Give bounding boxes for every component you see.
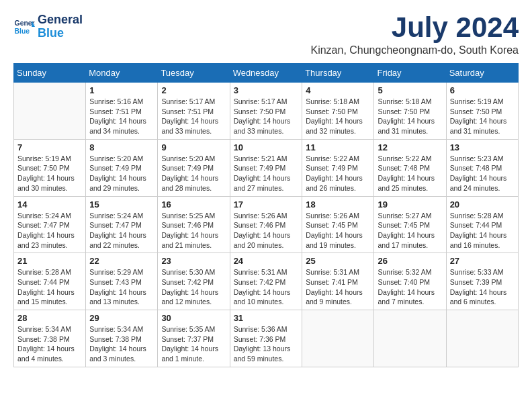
- calendar-week-1: 1Sunrise: 5:16 AM Sunset: 7:51 PM Daylig…: [14, 83, 519, 140]
- day-number: 23: [161, 256, 226, 266]
- calendar-cell: 5Sunrise: 5:18 AM Sunset: 7:50 PM Daylig…: [374, 83, 446, 140]
- day-info: Sunrise: 5:34 AM Sunset: 7:38 PM Dayligh…: [89, 324, 154, 364]
- day-info: Sunrise: 5:29 AM Sunset: 7:43 PM Dayligh…: [89, 267, 154, 307]
- calendar-cell: 3Sunrise: 5:17 AM Sunset: 7:50 PM Daylig…: [230, 83, 302, 140]
- day-info: Sunrise: 5:28 AM Sunset: 7:44 PM Dayligh…: [450, 211, 515, 250]
- day-number: 26: [378, 256, 442, 266]
- location-title: Kinzan, Chungcheongnam-do, South Korea: [310, 44, 519, 56]
- day-info: Sunrise: 5:24 AM Sunset: 7:47 PM Dayligh…: [17, 211, 82, 250]
- calendar-cell: 7Sunrise: 5:19 AM Sunset: 7:50 PM Daylig…: [14, 139, 86, 196]
- day-info: Sunrise: 5:20 AM Sunset: 7:49 PM Dayligh…: [161, 154, 226, 193]
- day-number: 31: [234, 313, 299, 323]
- calendar-cell: [14, 83, 86, 140]
- calendar-cell: [446, 310, 518, 367]
- day-number: 9: [161, 142, 226, 152]
- day-info: Sunrise: 5:30 AM Sunset: 7:42 PM Dayligh…: [161, 267, 226, 307]
- logo-text: General Blue: [38, 13, 83, 40]
- calendar-table: SundayMondayTuesdayWednesdayThursdayFrid…: [13, 63, 519, 367]
- calendar-cell: [374, 310, 446, 367]
- day-info: Sunrise: 5:26 AM Sunset: 7:46 PM Dayligh…: [234, 211, 299, 250]
- calendar-week-5: 28Sunrise: 5:34 AM Sunset: 7:38 PM Dayli…: [14, 310, 519, 367]
- day-info: Sunrise: 5:21 AM Sunset: 7:49 PM Dayligh…: [234, 154, 299, 193]
- calendar-cell: 26Sunrise: 5:32 AM Sunset: 7:40 PM Dayli…: [374, 253, 446, 310]
- day-info: Sunrise: 5:18 AM Sunset: 7:50 PM Dayligh…: [306, 97, 370, 136]
- day-info: Sunrise: 5:18 AM Sunset: 7:50 PM Dayligh…: [378, 97, 442, 136]
- day-info: Sunrise: 5:23 AM Sunset: 7:48 PM Dayligh…: [450, 154, 515, 193]
- day-number: 25: [306, 256, 370, 266]
- header-thursday: Thursday: [302, 64, 374, 83]
- calendar-cell: 8Sunrise: 5:20 AM Sunset: 7:49 PM Daylig…: [86, 139, 158, 196]
- day-number: 13: [450, 142, 515, 152]
- calendar-cell: 22Sunrise: 5:29 AM Sunset: 7:43 PM Dayli…: [86, 253, 158, 310]
- day-number: 8: [89, 142, 154, 152]
- day-info: Sunrise: 5:19 AM Sunset: 7:50 PM Dayligh…: [17, 154, 82, 193]
- calendar-cell: 24Sunrise: 5:31 AM Sunset: 7:42 PM Dayli…: [230, 253, 302, 310]
- calendar-cell: 15Sunrise: 5:24 AM Sunset: 7:47 PM Dayli…: [86, 196, 158, 253]
- calendar-week-2: 7Sunrise: 5:19 AM Sunset: 7:50 PM Daylig…: [14, 139, 519, 196]
- day-number: 18: [306, 199, 370, 210]
- calendar-cell: 17Sunrise: 5:26 AM Sunset: 7:46 PM Dayli…: [230, 196, 302, 253]
- day-number: 2: [161, 85, 226, 95]
- logo-icon: General Blue: [13, 16, 35, 38]
- day-number: 22: [89, 256, 154, 266]
- day-number: 29: [89, 313, 154, 323]
- calendar-cell: 10Sunrise: 5:21 AM Sunset: 7:49 PM Dayli…: [230, 139, 302, 196]
- title-area: July 2024 Kinzan, Chungcheongnam-do, Sou…: [310, 13, 519, 56]
- calendar-cell: 20Sunrise: 5:28 AM Sunset: 7:44 PM Dayli…: [446, 196, 518, 253]
- day-info: Sunrise: 5:17 AM Sunset: 7:50 PM Dayligh…: [234, 97, 299, 136]
- calendar-cell: 25Sunrise: 5:31 AM Sunset: 7:41 PM Dayli…: [302, 253, 374, 310]
- calendar-cell: 31Sunrise: 5:36 AM Sunset: 7:36 PM Dayli…: [230, 310, 302, 367]
- day-info: Sunrise: 5:25 AM Sunset: 7:46 PM Dayligh…: [161, 211, 226, 250]
- day-number: 30: [161, 313, 226, 323]
- calendar-cell: 1Sunrise: 5:16 AM Sunset: 7:51 PM Daylig…: [86, 83, 158, 140]
- calendar-cell: 13Sunrise: 5:23 AM Sunset: 7:48 PM Dayli…: [446, 139, 518, 196]
- calendar-cell: 2Sunrise: 5:17 AM Sunset: 7:51 PM Daylig…: [158, 83, 230, 140]
- day-info: Sunrise: 5:27 AM Sunset: 7:45 PM Dayligh…: [378, 211, 442, 250]
- calendar-cell: 28Sunrise: 5:34 AM Sunset: 7:38 PM Dayli…: [14, 310, 86, 367]
- day-info: Sunrise: 5:22 AM Sunset: 7:48 PM Dayligh…: [378, 154, 442, 193]
- calendar-cell: 30Sunrise: 5:35 AM Sunset: 7:37 PM Dayli…: [158, 310, 230, 367]
- day-number: 27: [450, 256, 515, 266]
- day-info: Sunrise: 5:28 AM Sunset: 7:44 PM Dayligh…: [17, 267, 82, 307]
- day-number: 5: [378, 85, 442, 95]
- day-number: 12: [378, 142, 442, 152]
- day-number: 6: [450, 85, 515, 95]
- calendar-cell: [302, 310, 374, 367]
- day-info: Sunrise: 5:22 AM Sunset: 7:49 PM Dayligh…: [306, 154, 370, 193]
- page-header: General Blue General Blue July 2024 Kinz…: [13, 13, 519, 56]
- day-info: Sunrise: 5:33 AM Sunset: 7:39 PM Dayligh…: [450, 267, 515, 307]
- calendar-week-3: 14Sunrise: 5:24 AM Sunset: 7:47 PM Dayli…: [14, 196, 519, 253]
- day-info: Sunrise: 5:35 AM Sunset: 7:37 PM Dayligh…: [161, 324, 226, 364]
- day-number: 19: [378, 199, 442, 210]
- day-number: 3: [234, 85, 299, 95]
- day-number: 21: [17, 256, 82, 266]
- day-number: 14: [17, 199, 82, 210]
- day-number: 28: [17, 313, 82, 323]
- header-monday: Monday: [86, 64, 158, 83]
- day-info: Sunrise: 5:32 AM Sunset: 7:40 PM Dayligh…: [378, 267, 442, 307]
- calendar-week-4: 21Sunrise: 5:28 AM Sunset: 7:44 PM Dayli…: [14, 253, 519, 310]
- day-number: 7: [17, 142, 82, 152]
- calendar-cell: 21Sunrise: 5:28 AM Sunset: 7:44 PM Dayli…: [14, 253, 86, 310]
- calendar-cell: 6Sunrise: 5:19 AM Sunset: 7:50 PM Daylig…: [446, 83, 518, 140]
- day-info: Sunrise: 5:19 AM Sunset: 7:50 PM Dayligh…: [450, 97, 515, 136]
- header-saturday: Saturday: [446, 64, 518, 83]
- calendar-header: SundayMondayTuesdayWednesdayThursdayFrid…: [14, 64, 519, 83]
- day-info: Sunrise: 5:24 AM Sunset: 7:47 PM Dayligh…: [89, 211, 154, 250]
- day-number: 16: [161, 199, 226, 210]
- calendar-cell: 18Sunrise: 5:26 AM Sunset: 7:45 PM Dayli…: [302, 196, 374, 253]
- calendar-cell: 4Sunrise: 5:18 AM Sunset: 7:50 PM Daylig…: [302, 83, 374, 140]
- calendar-cell: 19Sunrise: 5:27 AM Sunset: 7:45 PM Dayli…: [374, 196, 446, 253]
- logo: General Blue General Blue: [13, 13, 83, 40]
- day-info: Sunrise: 5:17 AM Sunset: 7:51 PM Dayligh…: [161, 97, 226, 136]
- day-number: 1: [89, 85, 154, 95]
- day-number: 20: [450, 199, 515, 210]
- calendar-cell: 12Sunrise: 5:22 AM Sunset: 7:48 PM Dayli…: [374, 139, 446, 196]
- day-info: Sunrise: 5:20 AM Sunset: 7:49 PM Dayligh…: [89, 154, 154, 193]
- calendar-cell: 11Sunrise: 5:22 AM Sunset: 7:49 PM Dayli…: [302, 139, 374, 196]
- header-friday: Friday: [374, 64, 446, 83]
- day-number: 11: [306, 142, 370, 152]
- day-number: 4: [306, 85, 370, 95]
- calendar-cell: 29Sunrise: 5:34 AM Sunset: 7:38 PM Dayli…: [86, 310, 158, 367]
- day-info: Sunrise: 5:36 AM Sunset: 7:36 PM Dayligh…: [234, 324, 299, 364]
